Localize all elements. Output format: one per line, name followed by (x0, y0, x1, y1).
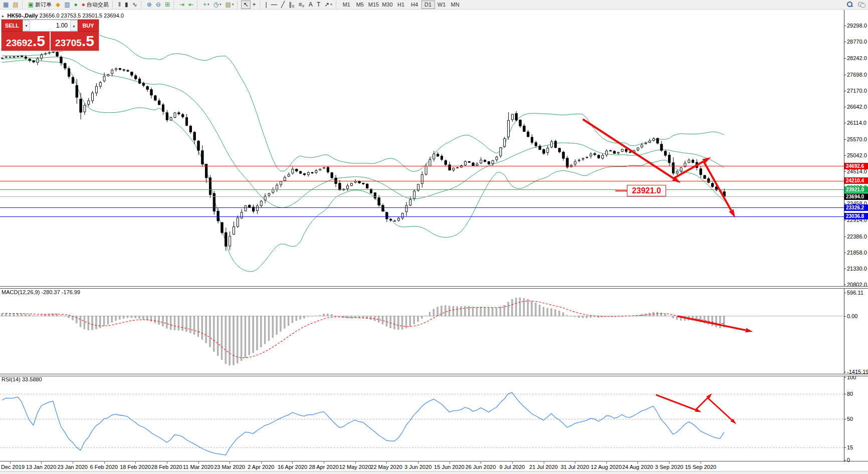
toolbar-separator (237, 1, 239, 9)
new-chart-button[interactable]: ▦ (1, 1, 11, 9)
data-window-icon: ▥ (64, 2, 70, 8)
data-window-button[interactable]: ▥ (62, 1, 72, 9)
buy-button[interactable]: BUY (78, 20, 99, 32)
price-tick-mark (844, 107, 846, 107)
market-watch-button[interactable]: ◆ (54, 1, 62, 9)
macd-scale-tick (844, 372, 846, 372)
timeframe-m30-button[interactable]: M30 (380, 1, 394, 9)
date-tick-mark (606, 462, 607, 463)
rsi-scale-tick (844, 447, 846, 448)
price-axis-label: 29298.0 (847, 23, 867, 29)
arrows-tool-button[interactable]: ↗▾ (322, 1, 334, 9)
chart-candles-button[interactable]: ▮ (123, 1, 130, 9)
auto-scroll-button[interactable]: ⇥ (177, 1, 186, 9)
indicators-button[interactable]: +▾ (201, 1, 211, 9)
window-bottom-strip (0, 471, 868, 474)
chart-candles-icon: ▮ (125, 2, 128, 8)
crosshair-button[interactable]: + (251, 1, 258, 9)
sell-price-display[interactable]: 23692 .5 (2, 32, 51, 51)
text-button[interactable]: A (307, 1, 315, 9)
zoom-out-button[interactable]: ⊖ (154, 1, 163, 9)
price-axis-label: 26114.0 (847, 120, 866, 126)
vertical-line-button[interactable]: | (264, 1, 269, 9)
rsi-scale-tick (844, 394, 846, 394)
price-tick-mark (844, 171, 846, 172)
date-axis-label: 16 Apr 2020 (278, 464, 307, 470)
fibonacci-button[interactable]: ≡F (297, 1, 307, 9)
price-tick-mark (844, 91, 846, 91)
search-icon[interactable] (846, 1, 853, 8)
timeframe-h4-button[interactable]: H4 (408, 1, 421, 9)
price-tick-mark (844, 253, 846, 253)
buy-price-pips: .5 (82, 33, 94, 50)
price-axis-label: 26642.0 (847, 104, 867, 110)
trend-line-button[interactable]: ╱ (279, 1, 287, 9)
horizontal-line-icon: — (271, 2, 277, 8)
volume-input[interactable] (30, 20, 70, 31)
date-tick-mark (261, 462, 262, 463)
date-tick-mark (450, 462, 450, 463)
price-chart-canvas[interactable] (0, 10, 844, 462)
cursor-button[interactable]: ↖ (241, 1, 250, 9)
date-axis-label: 6 Feb 2020 (90, 464, 118, 470)
price-axis-label: 28770.0 (847, 39, 867, 45)
price-axis-label: 22386.0 (847, 233, 867, 240)
date-tick-mark (10, 462, 11, 463)
arrows-tool-dropdown-icon[interactable]: ▾ (330, 3, 332, 7)
text-label-button[interactable]: T (315, 1, 322, 9)
tile-windows-button[interactable]: ⊞ (163, 1, 172, 9)
price-level-badge: 23326.2 (844, 204, 868, 211)
tile-windows-icon: ⊞ (165, 2, 170, 8)
date-axis-label: 15 Jun 2020 (434, 464, 465, 470)
auto-trading-button[interactable]: ●自动交易 (80, 1, 111, 9)
date-tick-mark (104, 462, 105, 463)
timeframe-mn-button[interactable]: MN (449, 1, 462, 9)
timeframe-w1-button[interactable]: W1 (435, 1, 449, 9)
chart-bars-button[interactable]: ‖ (116, 1, 123, 9)
price-axis-label: 25042.0 (847, 152, 867, 158)
price-level-badge: 23694.0 (844, 193, 868, 200)
chart-window: ▸ HK50-,Daily 23656.0 23753.5 23501.5 23… (0, 10, 868, 474)
date-tick-mark (324, 462, 324, 463)
price-axis-label: 25570.0 (847, 136, 867, 142)
chart-line-button[interactable]: ∿ (130, 1, 139, 9)
chart-symbol-period: HK50-,Daily (8, 13, 38, 19)
profiles-button[interactable]: ▤ (11, 1, 20, 9)
sell-button[interactable]: SELL (2, 20, 23, 32)
price-tick-mark (844, 155, 846, 156)
timeframe-h1-button[interactable]: H1 (394, 1, 408, 9)
date-axis[interactable]: Dec 201913 Jan 202023 Jan 20206 Feb 2020… (0, 462, 868, 471)
timeframe-m15-button[interactable]: M15 (367, 1, 380, 9)
new-order-button[interactable]: ▣新订单 (26, 1, 54, 9)
macd-panel-separator[interactable] (0, 286, 868, 289)
periods-dropdown-icon[interactable]: ▾ (220, 3, 222, 7)
date-tick-mark (41, 462, 42, 463)
timeframe-d1-button[interactable]: D1 (421, 1, 435, 9)
date-axis-label: 13 Jan 2020 (26, 464, 57, 470)
date-axis-label: 12 May 2020 (339, 464, 371, 470)
toolbar-separator (260, 1, 262, 9)
horizontal-line-button[interactable]: — (269, 1, 279, 9)
chart-shift-button[interactable]: ⇤ (186, 1, 195, 9)
equidistant-channel-button[interactable]: ∥E (287, 1, 297, 9)
indicators-dropdown-icon[interactable]: ▾ (207, 3, 209, 7)
date-tick-mark (73, 462, 73, 463)
auto-scroll-icon: ⇥ (179, 2, 184, 8)
volume-decrease-button[interactable]: ▼ (23, 20, 30, 31)
price-tick-mark (844, 58, 846, 59)
zoom-in-button[interactable]: ⊕ (145, 1, 154, 9)
chat-icon[interactable] (858, 2, 865, 7)
buy-price-display[interactable]: 23705 .5 (51, 32, 99, 51)
timeframe-m5-button[interactable]: M5 (353, 1, 367, 9)
rsi-panel-separator[interactable] (0, 374, 868, 376)
timeframe-m1-button[interactable]: M1 (340, 1, 353, 9)
navigator-button[interactable]: ● (72, 1, 80, 9)
periods-button[interactable]: ◷▾ (211, 1, 224, 9)
price-annotation[interactable]: 23921.0 (627, 185, 666, 196)
date-tick-mark (481, 462, 481, 463)
templates-dropdown-icon[interactable]: ▾ (232, 3, 234, 7)
templates-button[interactable]: ▤▾ (224, 1, 236, 9)
volume-increase-button[interactable]: ▲ (70, 20, 78, 31)
date-axis-label: 23 Jan 2020 (57, 464, 88, 470)
zoom-in-icon: ⊕ (147, 2, 152, 8)
